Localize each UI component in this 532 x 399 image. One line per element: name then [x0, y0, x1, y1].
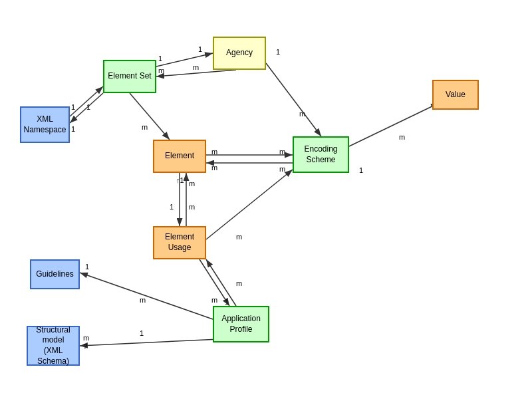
label-1i: ↑1 — [176, 176, 184, 184]
node-element-label: Element — [165, 151, 194, 162]
svg-line-14 — [206, 259, 236, 306]
node-guidelines: Guidelines — [30, 259, 80, 289]
label-m1: m — [158, 66, 164, 74]
node-element-usage-label: Element Usage — [165, 232, 194, 253]
node-element-usage: Element Usage — [153, 226, 206, 259]
label-1b: 1 — [158, 55, 162, 63]
node-xml-namespace: XML Namespace — [20, 106, 70, 143]
node-agency-label: Agency — [226, 48, 253, 59]
node-encoding-scheme-label: Encoding Scheme — [304, 144, 337, 165]
label-m2: m — [193, 63, 199, 71]
node-element-set-label: Element Set — [108, 71, 151, 82]
label-m9: m — [399, 133, 405, 141]
svg-line-7 — [130, 93, 170, 140]
diagram-container: 1 m 1 m 1 m 1 1 1 m m m m m m 1 1 ↑1 m m… — [0, 0, 532, 399]
node-agency: Agency — [213, 37, 266, 70]
label-1g: 1 — [359, 166, 363, 174]
svg-line-13 — [206, 170, 293, 239]
svg-line-4 — [266, 63, 321, 136]
svg-line-3 — [156, 53, 213, 66]
label-m7: m — [211, 164, 217, 172]
label-m11: m — [189, 180, 195, 188]
label-1h: 1 — [170, 203, 174, 211]
svg-line-10 — [349, 103, 439, 146]
node-value: Value — [432, 80, 479, 110]
label-1e: 1 — [86, 103, 90, 111]
label-m5: m — [211, 148, 217, 156]
label-m3: m — [299, 110, 305, 118]
node-application-profile-label: Application Profile — [221, 314, 261, 334]
node-element-set: Element Set — [103, 60, 156, 93]
label-m16: m — [83, 334, 89, 342]
label-m14: m — [211, 296, 217, 304]
node-structural-model: Structural model (XML Schema) — [27, 326, 80, 366]
label-1c: 1 — [276, 48, 280, 56]
node-element: Element — [153, 140, 206, 173]
svg-line-16 — [80, 273, 213, 319]
label-m8: m — [279, 165, 285, 173]
svg-line-5 — [70, 86, 103, 116]
node-value-label: Value — [446, 90, 466, 100]
label-1k: 1 — [85, 263, 89, 271]
label-1f: 1 — [71, 125, 75, 133]
label-1l: 1 — [140, 329, 144, 337]
label-m15: m — [140, 296, 146, 304]
label-m10: m — [189, 203, 195, 211]
svg-line-17 — [80, 339, 219, 346]
label-1: 1 — [198, 45, 202, 53]
label-m4: m — [142, 123, 148, 131]
node-xml-namespace-label: XML Namespace — [23, 114, 66, 135]
label-1j: 1 — [225, 298, 229, 306]
label-1d: 1 — [71, 103, 75, 111]
node-encoding-scheme: Encoding Scheme — [293, 136, 349, 173]
node-application-profile: Application Profile — [213, 306, 269, 342]
label-m13: m — [236, 279, 242, 287]
node-guidelines-label: Guidelines — [36, 269, 74, 280]
label-q: ? — [83, 342, 87, 350]
label-m6: m — [279, 148, 285, 156]
node-structural-model-label: Structural model (XML Schema) — [36, 325, 70, 366]
label-m12: m — [236, 233, 242, 241]
